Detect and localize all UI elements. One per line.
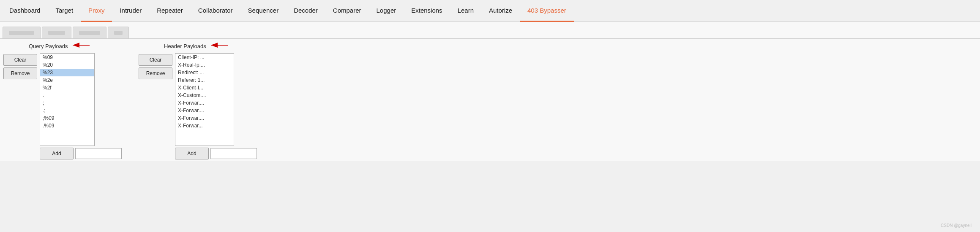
sub-tab-3[interactable] xyxy=(73,27,106,38)
query-list-container: %09 %20 %23 %2e %2f . ; .; ;%09 .%09 Add xyxy=(40,53,122,159)
main-content: Query Payloads Clear Remove xyxy=(0,39,980,161)
nav-item-intruder[interactable]: Intruder xyxy=(112,0,149,22)
header-btn-group: Clear Remove xyxy=(139,53,172,159)
query-list-box[interactable]: %09 %20 %23 %2e %2f . ; .; ;%09 .%09 xyxy=(40,53,95,146)
query-clear-button[interactable]: Clear xyxy=(3,54,37,66)
nav-item-collaborator[interactable]: Collaborator xyxy=(191,0,240,22)
query-payloads-panel: Clear Remove %09 %20 %23 %2e %2f . ; .; … xyxy=(3,53,122,159)
header-payloads-arrow xyxy=(209,40,230,51)
list-item[interactable]: Client-IP: ... xyxy=(175,54,234,61)
list-item[interactable]: X-Forwar.... xyxy=(175,99,234,107)
query-add-row: Add xyxy=(40,148,122,159)
list-item[interactable]: Redirect: ... xyxy=(175,69,234,76)
sub-tab-2-label xyxy=(48,31,65,35)
list-item[interactable]: X-Forwar.... xyxy=(175,107,234,114)
list-item[interactable]: X-Forwar.... xyxy=(175,114,234,122)
list-item[interactable]: %2f xyxy=(40,84,94,92)
sub-tabs-bar xyxy=(0,22,980,39)
list-item[interactable]: Referer: 1... xyxy=(175,76,234,84)
red-arrow-svg xyxy=(71,40,92,50)
header-add-input[interactable] xyxy=(210,148,257,159)
query-payloads-section: Query Payloads Clear Remove xyxy=(3,40,122,159)
header-payloads-label-row: Header Payloads xyxy=(164,40,257,51)
list-item[interactable]: %20 xyxy=(40,61,94,69)
header-payloads-label: Header Payloads xyxy=(164,43,206,49)
nav-item-logger[interactable]: Logger xyxy=(369,0,404,22)
header-remove-button[interactable]: Remove xyxy=(139,67,172,79)
list-item[interactable]: X-Real-Ip:... xyxy=(175,61,234,69)
header-payloads-section: Header Payloads Clear Remove xyxy=(139,40,257,159)
nav-item-decoder[interactable]: Decoder xyxy=(286,0,325,22)
header-add-row: Add xyxy=(175,148,257,159)
nav-item-repeater[interactable]: Repeater xyxy=(149,0,191,22)
header-payloads-panel: Clear Remove Client-IP: ... X-Real-Ip:..… xyxy=(139,53,257,159)
nav-item-extensions[interactable]: Extensions xyxy=(404,0,450,22)
nav-item-dashboard[interactable]: Dashboard xyxy=(2,0,48,22)
list-item[interactable]: X-Custom.... xyxy=(175,92,234,99)
query-payloads-arrow xyxy=(71,40,92,51)
query-add-button[interactable]: Add xyxy=(40,148,74,159)
sub-tab-4[interactable] xyxy=(108,27,129,38)
header-clear-button[interactable]: Clear xyxy=(139,54,172,66)
header-list-box[interactable]: Client-IP: ... X-Real-Ip:... Redirect: .… xyxy=(175,53,234,146)
sub-tab-1-label xyxy=(9,31,34,35)
query-remove-button[interactable]: Remove xyxy=(3,67,37,79)
list-item[interactable]: %09 xyxy=(40,54,94,61)
nav-item-sequencer[interactable]: Sequencer xyxy=(240,0,287,22)
list-item[interactable]: .%09 xyxy=(40,122,94,129)
up-arrow-icon: ↑ xyxy=(568,0,571,1)
sub-tab-2[interactable] xyxy=(42,27,71,38)
sub-tab-1[interactable] xyxy=(3,27,41,38)
header-list-container: Client-IP: ... X-Real-Ip:... Redirect: .… xyxy=(175,53,257,159)
nav-item-proxy[interactable]: Proxy xyxy=(81,0,112,22)
list-item[interactable]: ;%09 xyxy=(40,114,94,122)
nav-item-learn[interactable]: Learn xyxy=(450,0,481,22)
query-payloads-label-row: Query Payloads xyxy=(29,40,122,51)
nav-item-comparer[interactable]: Comparer xyxy=(325,0,369,22)
list-item[interactable]: X-Forwar... xyxy=(175,122,234,129)
list-item[interactable]: %23 xyxy=(40,69,94,76)
list-item[interactable]: .; xyxy=(40,107,94,114)
nav-item-target[interactable]: Target xyxy=(48,0,81,22)
nav-bar: Dashboard Target Proxy Intruder Repeater… xyxy=(0,0,980,22)
header-add-button[interactable]: Add xyxy=(175,148,209,159)
list-item[interactable]: . xyxy=(40,92,94,99)
list-item[interactable]: ; xyxy=(40,99,94,107)
list-item[interactable]: %2e xyxy=(40,76,94,84)
query-btn-group: Clear Remove xyxy=(3,53,37,159)
watermark: CSDN @gaynell xyxy=(941,223,972,228)
sub-tab-3-label xyxy=(79,31,100,35)
nav-item-autorize[interactable]: Autorize xyxy=(481,0,520,22)
nav-item-403bypasser[interactable]: 403 Bypasser ↑ xyxy=(520,0,574,22)
query-add-input[interactable] xyxy=(75,148,122,159)
sub-tab-4-label xyxy=(114,31,123,35)
red-arrow-svg-2 xyxy=(209,40,230,50)
query-payloads-label: Query Payloads xyxy=(29,43,68,49)
list-item[interactable]: X-Client-I... xyxy=(175,84,234,92)
